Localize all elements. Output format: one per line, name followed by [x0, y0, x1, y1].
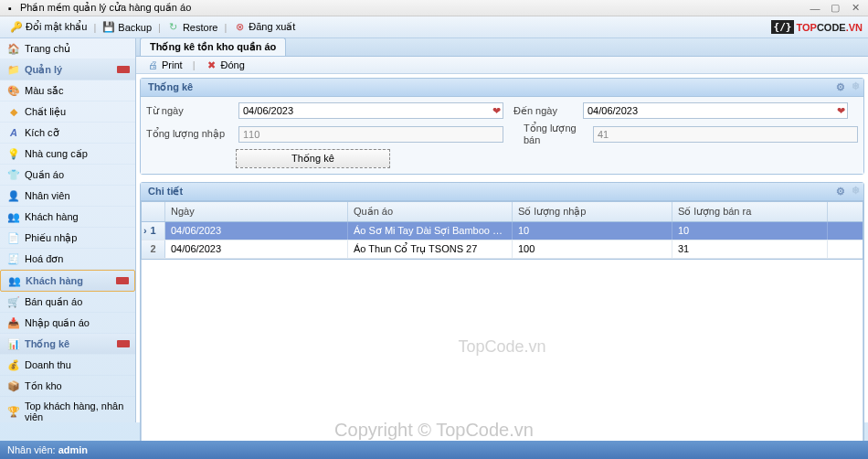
- sidebar-header-stats[interactable]: 📊Thống kê: [0, 334, 135, 355]
- sidebar-item-home[interactable]: 🏠Trang chủ: [0, 38, 135, 59]
- box-icon: 📦: [7, 379, 20, 392]
- logout-icon: ⊗: [233, 21, 246, 34]
- total-out-label: Tổng lượng bán: [524, 123, 587, 145]
- content-area: Thống kê tồn kho quần áo 🖨 Print | ✖ Đón…: [136, 38, 868, 422]
- key-icon: 🔑: [10, 21, 23, 34]
- separator: |: [93, 22, 96, 33]
- app-icon: ▪: [4, 2, 16, 15]
- copyright-watermark: Copyright © TopCode.vn: [334, 420, 534, 441]
- logo-bracket-icon: {/}: [771, 20, 795, 34]
- total-in-value: [238, 126, 503, 143]
- window-title: Phần mềm quản lý cửa hàng quần áo: [20, 2, 191, 14]
- separator: |: [224, 22, 227, 33]
- sidebar-item-top[interactable]: 🏆Top khách hàng, nhân viên: [0, 397, 135, 422]
- trophy-icon: 🏆: [7, 405, 20, 418]
- restore-icon: ↻: [167, 21, 180, 34]
- invoice-icon: 🧾: [7, 252, 20, 265]
- logo: {/} TOPCODE.VN: [771, 20, 863, 34]
- import-icon: 📥: [7, 316, 20, 329]
- money-icon: 💰: [7, 358, 20, 371]
- sell-icon: 🛒: [7, 295, 20, 308]
- logout-button[interactable]: ⊗ Đăng xuất: [228, 19, 300, 36]
- badge-icon: [117, 66, 130, 73]
- staff-icon: 👤: [7, 189, 20, 202]
- sidebar-item-invoice[interactable]: 🧾Hoá đơn: [0, 249, 135, 270]
- main-toolbar: 🔑 Đổi mật khẩu | 💾 Backup | ↻ Restore | …: [0, 16, 868, 38]
- status-user-label: Nhân viên:: [7, 444, 56, 455]
- col-product[interactable]: Quần áo: [348, 202, 513, 221]
- sidebar-item-size[interactable]: AKích cỡ: [0, 123, 135, 144]
- maximize-button[interactable]: ▢: [826, 2, 844, 15]
- separator: |: [158, 22, 161, 33]
- change-password-button[interactable]: 🔑 Đổi mật khẩu: [5, 19, 91, 36]
- stats-panel: Thống kê ⚙ ❄ Từ ngày ❤ Đến ngày ❤ Tổng l…: [140, 78, 864, 175]
- folder-icon: 📁: [7, 63, 20, 76]
- size-icon: A: [7, 126, 20, 139]
- sidebar-item-supplier[interactable]: 💡Nhà cung cấp: [0, 144, 135, 165]
- badge-icon: [117, 340, 130, 347]
- sidebar-item-sell[interactable]: 🛒Bán quần áo: [0, 292, 135, 313]
- content-toolbar: 🖨 Print | ✖ Đóng: [136, 57, 868, 74]
- run-stats-button[interactable]: Thống kê: [236, 149, 390, 168]
- gear-icon[interactable]: ⚙: [836, 81, 845, 93]
- sidebar-header-management[interactable]: 📁Quản lý: [0, 59, 135, 80]
- statusbar: Nhân viên: admin: [0, 441, 868, 459]
- detail-panel: Chi tiết ⚙ ❄ Ngày Quần áo Số lượng nhập …: [140, 182, 864, 459]
- palette-icon: 🎨: [7, 84, 20, 97]
- snowflake-icon: ❄: [852, 80, 860, 92]
- grid-row[interactable]: 2 04/06/2023 Áo Thun Cổ Trụ TSONS 27 100…: [142, 240, 863, 259]
- close-icon: ✖: [205, 59, 217, 71]
- from-date-label: Từ ngày: [146, 105, 233, 117]
- total-out-value: [593, 126, 858, 143]
- grid-row[interactable]: 1 04/06/2023 Áo Sơ Mi Tay Dài Sợi Bamboo…: [142, 222, 863, 240]
- heart-icon[interactable]: ❤: [837, 105, 845, 117]
- document-tabs: Thống kê tồn kho quần áo: [136, 38, 868, 57]
- sidebar-item-color[interactable]: 🎨Màu sắc: [0, 80, 135, 101]
- home-icon: 🏠: [7, 42, 20, 55]
- total-in-label: Tổng lượng nhập: [146, 128, 233, 140]
- grid-header: Ngày Quần áo Số lượng nhập Số lượng bán …: [142, 202, 863, 222]
- sidebar-header-customer[interactable]: 👥Khách hàng: [0, 270, 135, 292]
- tab-stock-stats[interactable]: Thống kê tồn kho quần áo: [140, 37, 286, 56]
- clothes-icon: 👕: [7, 168, 20, 181]
- detail-grid: Ngày Quần áo Số lượng nhập Số lượng bán …: [141, 201, 863, 260]
- to-date-label: Đến ngày: [513, 105, 577, 117]
- sidebar-item-import[interactable]: 📥Nhập quần áo: [0, 313, 135, 334]
- snowflake-icon: ❄: [852, 185, 860, 197]
- gear-icon[interactable]: ⚙: [836, 186, 845, 197]
- supplier-icon: 💡: [7, 147, 20, 160]
- backup-icon: 💾: [102, 21, 115, 34]
- customer-icon: 👥: [7, 210, 20, 223]
- customer-icon: 👥: [8, 274, 21, 287]
- sidebar: 🏠Trang chủ 📁Quản lý 🎨Màu sắc ◆Chất liệu …: [0, 38, 136, 422]
- close-window-button[interactable]: ✕: [846, 2, 864, 15]
- badge-icon: [116, 277, 129, 284]
- sidebar-item-receipt[interactable]: 📄Phiếu nhập: [0, 228, 135, 249]
- sidebar-item-material[interactable]: ◆Chất liệu: [0, 101, 135, 123]
- detail-panel-header: Chi tiết ⚙ ❄: [141, 183, 863, 201]
- chart-icon: 📊: [7, 337, 20, 350]
- status-user-value: admin: [58, 444, 88, 455]
- to-date-input[interactable]: [583, 102, 848, 119]
- titlebar: ▪ Phần mềm quản lý cửa hàng quần áo — ▢ …: [0, 0, 868, 16]
- backup-button[interactable]: 💾 Backup: [98, 19, 156, 36]
- material-icon: ◆: [7, 105, 20, 118]
- col-date[interactable]: Ngày: [165, 202, 348, 221]
- watermark: TopCode.vn: [458, 337, 545, 357]
- minimize-button[interactable]: —: [806, 2, 824, 15]
- restore-button[interactable]: ↻ Restore: [163, 19, 223, 36]
- from-date-input[interactable]: [238, 102, 503, 119]
- col-qty-in[interactable]: Số lượng nhập: [513, 202, 672, 221]
- sidebar-item-customer[interactable]: 👥Khách hàng: [0, 207, 135, 228]
- heart-icon[interactable]: ❤: [492, 105, 501, 117]
- print-button[interactable]: 🖨 Print: [142, 57, 187, 73]
- print-icon: 🖨: [146, 59, 159, 71]
- sidebar-item-clothes[interactable]: 👕Quần áo: [0, 165, 135, 186]
- col-qty-out[interactable]: Số lượng bán ra: [672, 202, 828, 221]
- stats-panel-header: Thống kê ⚙ ❄: [141, 79, 863, 97]
- sidebar-item-staff[interactable]: 👤Nhân viên: [0, 186, 135, 207]
- receipt-icon: 📄: [7, 231, 20, 244]
- sidebar-item-stock[interactable]: 📦Tồn kho: [0, 376, 135, 397]
- close-button[interactable]: ✖ Đóng: [200, 57, 249, 73]
- sidebar-item-revenue[interactable]: 💰Doanh thu: [0, 355, 135, 376]
